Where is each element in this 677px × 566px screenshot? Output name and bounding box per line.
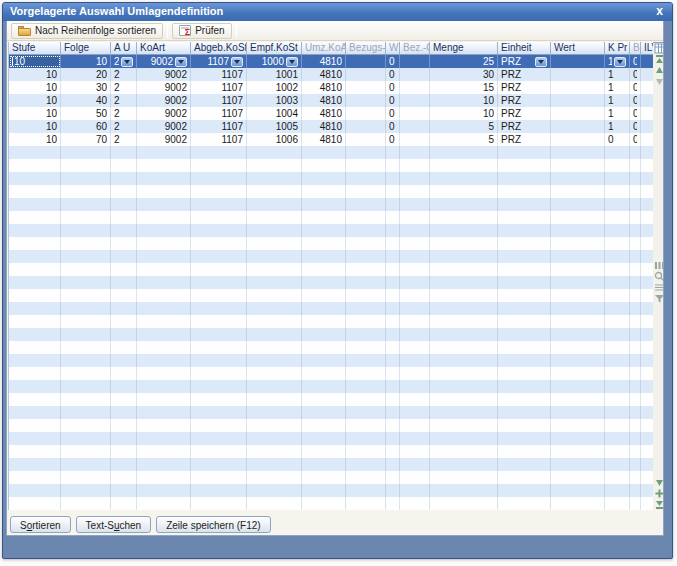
- dropdown-button[interactable]: [121, 57, 133, 67]
- cell-bez-gr[interactable]: [400, 55, 430, 68]
- cell-w[interactable]: 0: [386, 107, 400, 120]
- column-header-menge[interactable]: Menge: [430, 42, 498, 55]
- dropdown-button[interactable]: [231, 57, 243, 67]
- cell-b[interactable]: 0: [630, 133, 641, 146]
- cell-wert[interactable]: [551, 81, 605, 94]
- column-header-einheit[interactable]: Einheit: [498, 42, 551, 55]
- cell-a-u[interactable]: 2: [111, 107, 137, 120]
- cell-menge[interactable]: 5: [430, 120, 498, 133]
- pruefen-button[interactable]: Σ Prüfen: [172, 23, 231, 39]
- cell-bez-gr[interactable]: [400, 107, 430, 120]
- cell-k-pr[interactable]: 1: [605, 120, 630, 133]
- cell-folge[interactable]: 10: [61, 55, 111, 68]
- cell-w[interactable]: 0: [386, 120, 400, 133]
- text-suchen-button[interactable]: Text-Suchen: [76, 516, 152, 533]
- cell-k-pr[interactable]: 0: [605, 133, 630, 146]
- cell-menge[interactable]: 15: [430, 81, 498, 94]
- cell-stufe[interactable]: 10: [9, 133, 61, 146]
- cell-menge[interactable]: 10: [430, 94, 498, 107]
- cell-einheit[interactable]: PRZ: [498, 120, 551, 133]
- cell-b[interactable]: 0: [630, 120, 641, 133]
- dropdown-button[interactable]: [535, 57, 547, 67]
- cell-empf-kost[interactable]: 1000: [247, 55, 302, 68]
- cell-koart[interactable]: 9002: [137, 133, 191, 146]
- cell-k-pr[interactable]: 1: [605, 94, 630, 107]
- cell-abgeb-kost[interactable]: 1107: [191, 55, 247, 68]
- cell-koart[interactable]: 9002: [137, 120, 191, 133]
- table-row[interactable]: 10602900211071005481005PRZ10: [9, 120, 653, 133]
- columns-icon[interactable]: [654, 260, 665, 271]
- column-chooser-icon[interactable]: [654, 43, 665, 54]
- cell-folge[interactable]: 30: [61, 81, 111, 94]
- cell-a-u[interactable]: 2: [111, 94, 137, 107]
- cell-menge[interactable]: 10: [430, 107, 498, 120]
- cell-folge[interactable]: 70: [61, 133, 111, 146]
- list-icon[interactable]: [654, 282, 665, 293]
- cell-ilv-b[interactable]: [641, 68, 653, 81]
- cell-einheit[interactable]: PRZ: [498, 107, 551, 120]
- table-row[interactable]: 103029002110710024810015PRZ10: [9, 81, 653, 94]
- cell-w[interactable]: 0: [386, 133, 400, 146]
- cell-ilv-b[interactable]: [641, 107, 653, 120]
- cell-stufe[interactable]: 10: [9, 107, 61, 120]
- column-header-a-u[interactable]: A U: [111, 42, 137, 55]
- cell-ilv-b[interactable]: [641, 133, 653, 146]
- cell-umz-koart[interactable]: 4810: [302, 133, 346, 146]
- cell-einheit[interactable]: PRZ: [498, 81, 551, 94]
- cell-stufe[interactable]: 10: [9, 55, 61, 68]
- cell-w[interactable]: 0: [386, 68, 400, 81]
- cell-bezugs-koar[interactable]: [346, 107, 386, 120]
- cell-einheit[interactable]: PRZ: [498, 94, 551, 107]
- cell-bez-gr[interactable]: [400, 120, 430, 133]
- cell-a-u[interactable]: 2: [111, 55, 137, 68]
- cell-a-u[interactable]: 2: [111, 120, 137, 133]
- cell-abgeb-kost[interactable]: 1107: [191, 94, 247, 107]
- cell-b[interactable]: 0: [630, 94, 641, 107]
- column-header-w[interactable]: W: [386, 42, 400, 55]
- cell-b[interactable]: 0: [630, 107, 641, 120]
- column-header-stufe[interactable]: Stufe: [9, 42, 61, 55]
- cell-koart[interactable]: 9002: [137, 94, 191, 107]
- cell-wert[interactable]: [551, 94, 605, 107]
- column-header-k-pr[interactable]: K Pr: [605, 42, 630, 55]
- scroll-next-icon[interactable]: [654, 76, 665, 87]
- cell-menge[interactable]: 5: [430, 133, 498, 146]
- cell-w[interactable]: 0: [386, 55, 400, 68]
- cell-bezugs-koar[interactable]: [346, 55, 386, 68]
- cell-umz-koart[interactable]: 4810: [302, 120, 346, 133]
- cell-ilv-b[interactable]: [641, 55, 653, 68]
- scroll-prev-icon[interactable]: [654, 65, 665, 76]
- cell-koart[interactable]: 9002: [137, 81, 191, 94]
- cell-folge[interactable]: 40: [61, 94, 111, 107]
- cell-k-pr[interactable]: 1: [605, 68, 630, 81]
- column-header-folge[interactable]: Folge: [61, 42, 111, 55]
- cell-stufe[interactable]: 10: [9, 68, 61, 81]
- cell-bez-gr[interactable]: [400, 68, 430, 81]
- cell-einheit[interactable]: PRZ: [498, 55, 551, 68]
- cell-einheit[interactable]: PRZ: [498, 68, 551, 81]
- scroll-first-icon[interactable]: [654, 54, 665, 65]
- column-header-bez-gr[interactable]: Bez.-Gr: [400, 42, 430, 55]
- cell-k-pr[interactable]: 1: [605, 81, 630, 94]
- cell-bezugs-koar[interactable]: [346, 120, 386, 133]
- cell-koart[interactable]: 9002: [137, 107, 191, 120]
- cell-bez-gr[interactable]: [400, 133, 430, 146]
- cell-umz-koart[interactable]: 4810: [302, 94, 346, 107]
- cell-abgeb-kost[interactable]: 1107: [191, 120, 247, 133]
- cell-stufe[interactable]: 10: [9, 94, 61, 107]
- cell-b[interactable]: 0: [630, 68, 641, 81]
- cell-empf-kost[interactable]: 1005: [247, 120, 302, 133]
- cell-k-pr[interactable]: 1: [605, 55, 630, 68]
- cell-menge[interactable]: 30: [430, 68, 498, 81]
- cell-folge[interactable]: 20: [61, 68, 111, 81]
- cell-w[interactable]: 0: [386, 94, 400, 107]
- table-row[interactable]: 105029002110710044810010PRZ10: [9, 107, 653, 120]
- cell-a-u[interactable]: 2: [111, 81, 137, 94]
- zeile-speichern-f12-button[interactable]: Zeile speichern (F12): [156, 516, 270, 533]
- table-row[interactable]: 104029002110710034810010PRZ10: [9, 94, 653, 107]
- dropdown-button[interactable]: [286, 57, 298, 67]
- cell-empf-kost[interactable]: 1006: [247, 133, 302, 146]
- cell-wert[interactable]: [551, 120, 605, 133]
- cell-bezugs-koar[interactable]: [346, 94, 386, 107]
- cell-umz-koart[interactable]: 4810: [302, 55, 346, 68]
